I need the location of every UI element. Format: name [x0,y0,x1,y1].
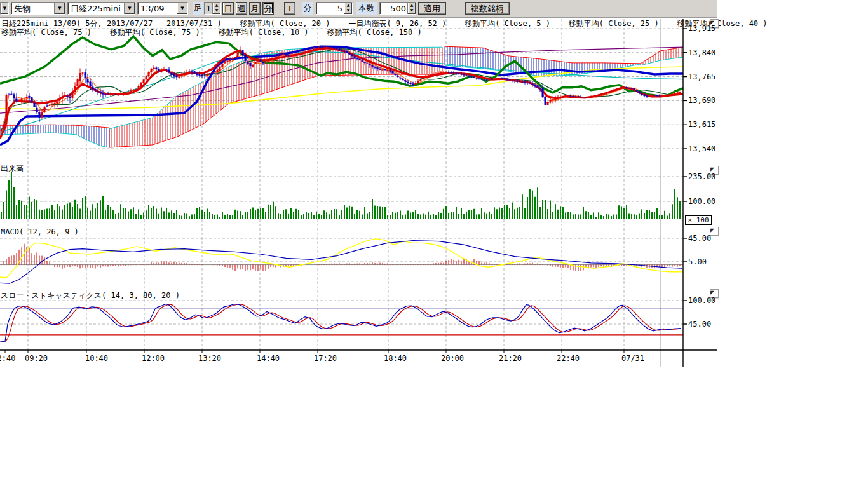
x-axis-label: 2:40 [0,354,21,363]
x-axis-label: 09:20 [22,354,51,363]
y-axis-label: 5.00 [688,257,726,266]
volume-panel-title: 出来高 [1,163,24,174]
x-axis-label: 18:40 [381,354,410,363]
y-axis-label: 13,615 [688,120,726,129]
stoch-panel-title: スロー・ストキャスティクス( 14, 3, 80, 20 ) [1,290,180,301]
y-axis-label: 13,765 [688,72,726,81]
macd-panel-title: MACD( 12, 26, 9 ) [1,227,79,236]
x-axis-label: 20:00 [438,354,467,363]
y-axis-label: 45.00 [688,320,726,329]
y-axis-label: 13,690 [688,96,726,105]
x-axis-label: 12:00 [139,354,168,363]
y-axis-label: 13,915 [688,24,726,33]
x-axis-label: 07/31 [618,354,648,363]
x-axis-label: 17:20 [311,354,340,363]
x-axis-label: 21:20 [496,354,525,363]
y-axis-label: 13,840 [688,48,726,57]
x-axis-label: 13:20 [195,354,224,363]
x-axis-label: 22:40 [553,354,583,363]
y-axis-label: 100.00 [688,296,726,305]
app-window: ▼ 先物 ▼ 日経225mini ▼ 13/09 ▼ 足 1 ▲▼ 日 週 月 … [0,0,868,488]
y-axis-label: 100.00 [688,197,726,206]
x-axis-label: 10:40 [82,354,111,363]
x-axis-label: 14:40 [254,354,283,363]
chart-canvas[interactable] [0,0,868,445]
y-axis-label: 13,540 [688,144,726,153]
chart-legend-line2: 移動平均( Close, 75 ) 移動平均( Close, 75 ) 移動平均… [1,27,422,38]
volume-multiplier-badge: × 100 [685,215,712,225]
y-axis-label: 235.00 [688,172,726,181]
y-axis-label: 45.00 [688,234,726,243]
